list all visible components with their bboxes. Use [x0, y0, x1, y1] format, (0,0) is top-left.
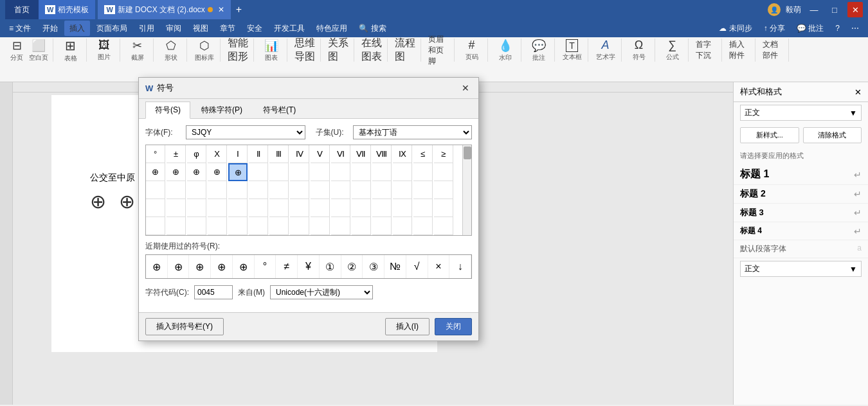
recent-cell[interactable]: ⊕: [168, 255, 190, 278]
recent-cell[interactable]: ②: [341, 255, 363, 278]
symbol-cell[interactable]: [290, 199, 309, 217]
menu-layout[interactable]: 页面布局: [91, 21, 132, 36]
symbol-cell[interactable]: [434, 199, 453, 217]
symbol-cell[interactable]: Ⅷ: [372, 145, 392, 163]
recent-cell[interactable]: √: [406, 255, 428, 278]
symbol-cell[interactable]: ≥: [434, 145, 453, 163]
symbol-cell[interactable]: [290, 181, 309, 199]
symbol-cell-selected[interactable]: ⊕: [228, 163, 248, 181]
scrollbar-thumb[interactable]: [464, 146, 471, 159]
insert-toolbar-button[interactable]: 插入到符号栏(Y): [145, 318, 224, 335]
formula-button[interactable]: ∑ 公式: [662, 40, 683, 60]
symbol-cell[interactable]: [208, 181, 227, 199]
style-item-heading1[interactable]: 标题 1 ↵: [734, 164, 868, 185]
recent-cell[interactable]: ⊕: [146, 255, 168, 278]
symbol-cell[interactable]: [372, 181, 392, 199]
symbol-cell[interactable]: [146, 199, 165, 217]
comment-ribbon-button[interactable]: 💬 批注: [529, 40, 549, 60]
artword-button[interactable]: A 艺术字: [595, 40, 616, 60]
blank-page-button[interactable]: ⬜ 空白页: [28, 40, 49, 60]
symbol-cell[interactable]: [331, 181, 350, 199]
symbol-cell[interactable]: [352, 199, 371, 217]
symbol-cell[interactable]: [331, 217, 350, 235]
menu-view[interactable]: 视图: [188, 21, 213, 36]
symbol-cell[interactable]: [352, 181, 371, 199]
symbol-cell[interactable]: Ⅵ: [331, 145, 350, 163]
symbol-cell[interactable]: [393, 181, 412, 199]
image-button[interactable]: 🖼 图片: [94, 40, 114, 60]
symbol-cell[interactable]: [393, 199, 412, 217]
recent-cell[interactable]: ⊕: [233, 255, 255, 278]
recent-cell[interactable]: ≠: [276, 255, 298, 278]
recent-cell[interactable]: ↓: [449, 255, 471, 278]
insert-button[interactable]: 插入(I): [385, 318, 429, 335]
symbol-cell[interactable]: Ⅰ: [228, 145, 248, 163]
from-select[interactable]: Unicode(十六进制): [270, 285, 373, 299]
symbol-cell[interactable]: [413, 181, 433, 199]
symbol-cell[interactable]: [146, 181, 165, 199]
symbol-grid-scrollbar[interactable]: [462, 145, 471, 235]
dialog-close-button[interactable]: ✕: [459, 82, 472, 94]
onlinechart-button[interactable]: 在线图表: [361, 40, 382, 60]
help-button[interactable]: ?: [830, 21, 845, 36]
menu-file[interactable]: ≡ 文件: [4, 21, 36, 36]
menu-security[interactable]: 安全: [242, 21, 267, 36]
symbol-cell[interactable]: [228, 181, 248, 199]
recent-cell[interactable]: ⊕: [189, 255, 211, 278]
relation-button[interactable]: 关系图: [328, 40, 348, 60]
default-style-dropdown[interactable]: 正文 ▼: [740, 261, 862, 277]
docparts-button[interactable]: 文档部件: [763, 40, 783, 60]
chart-button[interactable]: 📊 图表: [261, 40, 282, 60]
symbol-cell[interactable]: [393, 217, 412, 235]
symbol-cell[interactable]: [413, 217, 433, 235]
new-style-button[interactable]: 新样式...: [740, 127, 799, 143]
recent-cell[interactable]: ③: [363, 255, 384, 278]
new-tab-button[interactable]: +: [231, 1, 247, 18]
menu-review[interactable]: 审阅: [161, 21, 186, 36]
header-button[interactable]: 页眉和页脚: [428, 40, 449, 60]
symbol-cell[interactable]: ⊕: [167, 163, 186, 181]
watermark-button[interactable]: 💧 水印: [495, 40, 516, 60]
menu-reference[interactable]: 引用: [134, 21, 159, 36]
symbol-cell[interactable]: [187, 217, 206, 235]
symbol-cell[interactable]: φ: [187, 145, 206, 163]
clear-format-button[interactable]: 清除格式: [803, 127, 862, 143]
symbol-cell[interactable]: [311, 199, 330, 217]
symbol-cell[interactable]: [311, 181, 330, 199]
symbol-cell[interactable]: [249, 181, 268, 199]
recent-cell[interactable]: №: [384, 255, 406, 278]
symbol-cell[interactable]: [434, 163, 453, 181]
symbol-cell[interactable]: ±: [167, 145, 186, 163]
symbol-cell[interactable]: Ⅳ: [290, 145, 309, 163]
charcode-input[interactable]: [194, 285, 233, 299]
recent-cell[interactable]: ①: [320, 255, 341, 278]
symbol-cell[interactable]: [208, 217, 227, 235]
symbol-cell[interactable]: [331, 199, 350, 217]
symbol-cell[interactable]: [311, 163, 330, 181]
tab-home[interactable]: 首页: [5, 0, 39, 19]
dropcap-button[interactable]: 首字下沉: [696, 40, 716, 60]
symbol-cell[interactable]: Ⅶ: [352, 145, 371, 163]
close-button[interactable]: ✕: [847, 2, 863, 17]
page-break-button[interactable]: ⊟ 分页: [6, 40, 27, 60]
textbox-button[interactable]: T 文本框: [562, 40, 583, 60]
pageno-button[interactable]: # 页码: [462, 40, 482, 60]
symbol-cell[interactable]: Ⅴ: [311, 145, 330, 163]
more-button[interactable]: ⋯: [846, 21, 864, 36]
symbol-cell[interactable]: [434, 217, 453, 235]
tab-template[interactable]: W 稻壳模板: [39, 0, 95, 19]
shape-button[interactable]: ⬠ 形状: [161, 40, 181, 60]
recent-cell[interactable]: °: [255, 255, 276, 278]
recent-cell[interactable]: ⊕: [211, 255, 233, 278]
screenshot-button[interactable]: ✂ 截屏: [127, 40, 148, 60]
symbol-cell[interactable]: [249, 199, 268, 217]
close-dialog-button[interactable]: 关闭: [435, 318, 472, 335]
style-item-heading2[interactable]: 标题 2 ↵: [734, 185, 868, 204]
symbol-cell[interactable]: ⊕: [208, 163, 227, 181]
symbol-cell[interactable]: Ⅱ: [249, 145, 268, 163]
symbol-cell[interactable]: [269, 199, 289, 217]
symbol-cell[interactable]: °: [146, 145, 165, 163]
menu-insert[interactable]: 插入: [64, 21, 90, 36]
symbol-cell[interactable]: [352, 163, 371, 181]
style-item-heading4[interactable]: 标题 4 ↵: [734, 222, 868, 240]
